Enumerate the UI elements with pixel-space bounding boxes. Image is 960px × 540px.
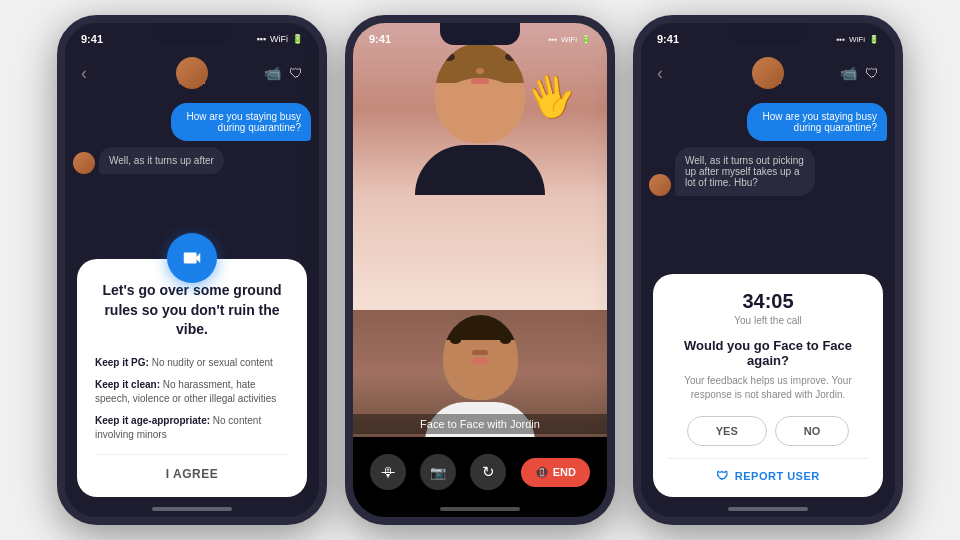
chat-bubble-right: How are you staying busy during quaranti… — [171, 103, 311, 141]
no-button[interactable]: NO — [775, 416, 850, 446]
agree-button[interactable]: I AGREE — [95, 467, 289, 481]
signal-icon: ▪▪▪ — [548, 35, 557, 44]
camera-mute-button[interactable]: 📷 — [420, 454, 456, 490]
yes-no-row: YES NO — [667, 416, 869, 446]
back-button[interactable]: ‹ — [81, 63, 87, 84]
wifi-icon: WiFi — [270, 34, 288, 44]
end-call-label: END — [553, 466, 576, 478]
signal-icon: ▪▪▪ — [256, 34, 266, 44]
chat-bubble-left: Well, as it turns up after — [99, 147, 224, 174]
chat-bubble-right: How are you staying busy during quaranti… — [747, 103, 887, 141]
phone3-status-icons: ▪▪▪ WiFi 🔋 — [836, 35, 879, 44]
rule-clean-label: Keep it clean: — [95, 379, 160, 390]
shield-report-icon: 🛡 — [716, 469, 729, 483]
chat-area: How are you staying busy during quaranti… — [641, 95, 895, 255]
video-icon-circle[interactable] — [167, 233, 217, 283]
call-label: Face to Face with Jordin — [353, 414, 607, 434]
call-timer: 34:05 — [667, 290, 869, 313]
post-call-card: 34:05 You left the call Would you go Fac… — [653, 274, 883, 497]
video-icon-svg — [181, 247, 203, 269]
end-call-button[interactable]: 📵 END — [521, 458, 590, 487]
rule-clean: Keep it clean: No harassment, hate speec… — [95, 378, 289, 406]
report-user-button[interactable]: 🛡 REPORT USER — [667, 469, 869, 483]
wifi-icon: WiFi — [849, 35, 865, 44]
chat-bubble-left: Well, as it turns out picking up after m… — [675, 147, 815, 196]
phone3-time: 9:41 — [657, 33, 679, 45]
chat-avatar — [73, 152, 95, 174]
home-indicator — [728, 507, 808, 511]
end-call-icon: 📵 — [535, 466, 549, 479]
report-user-label: REPORT USER — [735, 470, 820, 482]
shield-safety-icon[interactable]: 🛡 — [865, 65, 879, 81]
rule-pg-text: No nudity or sexual content — [152, 357, 273, 368]
chat-area: How are you staying busy during quaranti… — [65, 95, 319, 255]
battery-icon: 🔋 — [292, 34, 303, 44]
home-indicator — [440, 507, 520, 511]
signal-icon: ▪▪▪ — [836, 35, 845, 44]
battery-icon: 🔋 — [869, 35, 879, 44]
left-call-text: You left the call — [667, 315, 869, 326]
rule-pg-label: Keep it PG: — [95, 357, 149, 368]
yes-button[interactable]: YES — [687, 416, 767, 446]
card-divider — [667, 458, 869, 459]
shield-safety-icon[interactable]: 🛡 — [289, 65, 303, 81]
user-avatar — [752, 57, 784, 89]
header-action-icons: 📹 🛡 — [264, 65, 303, 81]
mic-mute-button[interactable]: 🎙 — [370, 454, 406, 490]
user-avatar — [176, 57, 208, 89]
home-indicator — [152, 507, 232, 511]
phone1-header: ‹ 📹 🛡 — [65, 51, 319, 95]
wifi-icon: WiFi — [561, 35, 577, 44]
phone3-header: ‹ 📹 🛡 — [641, 51, 895, 95]
header-action-icons: 📹 🛡 — [840, 65, 879, 81]
camera-slash-icon: 📷 — [430, 465, 446, 480]
phone1: 9:41 ▪▪▪ WiFi 🔋 ‹ 📹 🛡 Jordin How are you… — [57, 15, 327, 525]
phone1-time: 9:41 — [81, 33, 103, 45]
phone1-status-bar: 9:41 ▪▪▪ WiFi 🔋 — [65, 23, 319, 51]
chat-bubble-left-wrapper: Well, as it turns out picking up after m… — [649, 147, 887, 196]
face-to-face-question: Would you go Face to Face again? — [667, 338, 869, 368]
rotate-icon: ↻ — [482, 463, 495, 481]
chat-avatar — [649, 174, 671, 196]
ground-rules-title: Let's go over some ground rules so you d… — [95, 281, 289, 340]
call-controls-bar: 🎙 📷 ↻ 📵 END — [353, 437, 607, 507]
woman-avatar — [415, 43, 545, 195]
phone2-time: 9:41 — [369, 33, 391, 45]
rule-age: Keep it age-appropriate: No content invo… — [95, 414, 289, 442]
phone3-status-bar: 9:41 ▪▪▪ WiFi 🔋 — [641, 23, 895, 51]
chat-bubble-left-wrapper: Well, as it turns up after — [73, 147, 311, 174]
video-call-icon[interactable]: 📹 — [264, 65, 281, 81]
card-divider — [95, 454, 289, 455]
rule-age-label: Keep it age-appropriate: — [95, 415, 210, 426]
phone2-status-icons: ▪▪▪ WiFi 🔋 — [548, 35, 591, 44]
flip-camera-button[interactable]: ↻ — [470, 454, 506, 490]
phone1-status-icons: ▪▪▪ WiFi 🔋 — [256, 34, 303, 44]
video-call-icon[interactable]: 📹 — [840, 65, 857, 81]
face-to-face-subtext: Your feedback helps us improve. Your res… — [667, 374, 869, 402]
phone3: 9:41 ▪▪▪ WiFi 🔋 ‹ 📹 🛡 Jordin How are you… — [633, 15, 903, 525]
back-button[interactable]: ‹ — [657, 63, 663, 84]
phone2-status-bar: 9:41 ▪▪▪ WiFi 🔋 — [353, 23, 607, 51]
phone2: 9:41 ▪▪▪ WiFi 🔋 🖐 — [345, 15, 615, 525]
ground-rules-card: Let's go over some ground rules so you d… — [77, 259, 307, 497]
battery-icon: 🔋 — [581, 35, 591, 44]
mic-slash-icon: 🎙 — [382, 465, 395, 480]
remote-video-feed: 🖐 — [353, 23, 607, 310]
rule-pg: Keep it PG: No nudity or sexual content — [95, 356, 289, 370]
